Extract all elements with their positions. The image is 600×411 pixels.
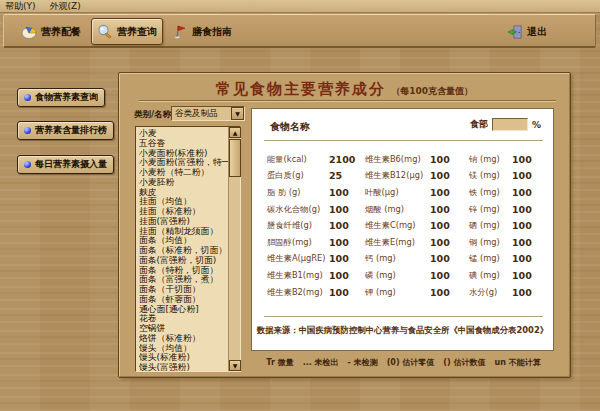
nutrient-label: 硒 (mg) <box>469 220 512 231</box>
nutrient-label: 铜 (mg) <box>469 237 512 248</box>
nutrient-row: 碘 (mg)100 <box>469 267 532 284</box>
nutrient-value: 100 <box>430 220 450 231</box>
list-item[interactable]: 馒头(标准粉) <box>139 353 228 363</box>
nutrient-column-1: 能量(kcal)2100蛋白质(g)25脂 肪 (g)100碳水化合物(g)10… <box>267 151 355 300</box>
nutrient-row: 锌 (mg)100 <box>469 201 532 218</box>
toolbar-button-nutrition-query[interactable]: 营养查询 <box>91 18 163 45</box>
magnifier-icon <box>97 24 113 40</box>
nutrient-column-3: 钠 (mg)100镁 (mg)100铁 (mg)100锌 (mg)100硒 (m… <box>469 151 532 300</box>
list-item[interactable]: 面条（特粉，切面） <box>139 266 228 276</box>
nutrient-label: 维生素B6(mg) <box>365 154 430 165</box>
scrollbar-thumb[interactable] <box>229 139 241 177</box>
nutrient-value: 25 <box>329 170 342 181</box>
nutrient-row: 水分(g)100 <box>469 284 532 301</box>
list-item[interactable]: 挂面(富强粉) <box>139 217 228 227</box>
nutrient-value: 100 <box>430 170 450 181</box>
list-item[interactable]: 面条(富强粉，切面) <box>139 256 228 266</box>
legend-item: ... 未检出 <box>303 357 339 368</box>
divider <box>264 140 543 141</box>
scroll-up-icon[interactable]: ▲ <box>229 127 241 138</box>
sidebar-button-daily-intake[interactable]: 每日营养素摄入量 <box>17 155 114 174</box>
nutrient-row: 维生素B12(μg)100 <box>365 168 450 185</box>
category-label: 类别/名称 <box>134 109 171 121</box>
blue-bullet-icon <box>24 161 31 168</box>
nutrient-column-2: 维生素B6(mg)100维生素B12(μg)100叶酸(μg)100烟酸 (mg… <box>365 151 450 300</box>
list-item[interactable]: 小麦胚粉 <box>139 178 228 188</box>
nutrient-row: 硒 (mg)100 <box>469 217 532 234</box>
nutrient-row: 铜 (mg)100 <box>469 234 532 251</box>
nutrient-row: 维生素C(mg)100 <box>365 217 450 234</box>
list-item[interactable]: 面条（富强粉，煮） <box>139 275 228 285</box>
list-item[interactable]: 馒头（均值） <box>139 344 228 354</box>
list-item[interactable]: 空锅饼 <box>139 324 228 334</box>
toolbar-button-diet-guide[interactable]: 膳食指南 <box>167 18 237 45</box>
nutrient-value: 100 <box>512 170 532 181</box>
nutrient-value: 100 <box>329 204 349 215</box>
list-item[interactable]: 麸皮 <box>139 188 228 198</box>
flag-icon <box>172 24 188 40</box>
nutrient-detail-panel: 食物名称 食部 % 能量(kcal)2100蛋白质(g)25脂 肪 (g)100… <box>251 108 554 351</box>
menu-appearance[interactable]: 外观(Z) <box>50 0 81 13</box>
list-item[interactable]: 馒头(富强粉) <box>139 363 228 371</box>
nutrient-value: 100 <box>512 154 532 165</box>
category-dropdown[interactable]: 谷类及制品 ▼ <box>171 106 245 121</box>
chevron-down-icon[interactable]: ▼ <box>231 107 244 120</box>
page-title: 常见食物主要营养成分 <box>216 80 386 98</box>
toolbar-button-meal-plan[interactable]: 营养配餐 <box>16 18 86 45</box>
nutrient-label: 碘 (mg) <box>469 270 512 281</box>
food-list-scrollbar[interactable]: ▲ ▼ <box>228 127 240 371</box>
sidebar-button-label: 食物营养素查询 <box>35 91 98 104</box>
list-item[interactable]: 小麦面粉(富强粉，特一粉) <box>139 158 228 168</box>
sidebar-button-nutrient-ranking[interactable]: 营养素含量排行榜 <box>17 121 114 140</box>
nutrient-label: 烟酸 (mg) <box>365 204 430 215</box>
list-item[interactable]: 面条（标准粉，切面） <box>139 246 228 256</box>
nutrient-label: 膳食纤维(g) <box>267 220 329 231</box>
toolbar-button-exit[interactable]: 退出 <box>502 18 552 45</box>
nutrient-label: 维生素C(mg) <box>365 220 430 231</box>
list-item[interactable]: 挂面（均值） <box>139 197 228 207</box>
list-item[interactable]: 挂面（精制龙须面） <box>139 227 228 237</box>
list-item[interactable]: 面条（均值） <box>139 236 228 246</box>
sidebar-button-food-nutrient-query[interactable]: 食物营养素查询 <box>17 88 105 107</box>
nutrient-label: 维生素B1(mg) <box>267 270 329 281</box>
nutrient-value: 100 <box>512 287 532 298</box>
nutrient-row: 维生素A(μgRE)100 <box>267 251 355 268</box>
scroll-down-icon[interactable]: ▼ <box>229 360 241 371</box>
nutrient-value: 100 <box>512 220 532 231</box>
blue-bullet-icon <box>24 127 31 134</box>
nutrient-value: 100 <box>512 270 532 281</box>
edible-portion-unit: % <box>532 120 541 130</box>
nutrient-value: 100 <box>512 253 532 264</box>
list-item[interactable]: 小麦粉（特二粉） <box>139 168 228 178</box>
nutrient-value: 100 <box>512 237 532 248</box>
menu-help[interactable]: 帮助(Y) <box>5 0 36 13</box>
list-item[interactable]: 通心面[通心粉] <box>139 305 228 315</box>
category-dropdown-value: 谷类及制品 <box>172 108 231 120</box>
nutrient-value: 100 <box>430 187 450 198</box>
blue-bullet-icon <box>24 94 31 101</box>
nutrient-value: 100 <box>329 270 349 281</box>
nutrient-row: 磷 (mg)100 <box>365 267 450 284</box>
sidebar-button-label: 营养素含量排行榜 <box>35 124 107 137</box>
nutrient-row: 维生素B6(mg)100 <box>365 151 450 168</box>
nutrient-label: 钠 (mg) <box>469 154 512 165</box>
nutrient-value: 100 <box>329 187 349 198</box>
nutrient-label: 维生素B2(mg) <box>267 287 329 298</box>
edible-portion-label: 食部 <box>470 118 488 131</box>
list-item[interactable]: 五谷香 <box>139 139 228 149</box>
list-item[interactable]: 烙饼（标准粉） <box>139 334 228 344</box>
sidebar-button-label: 每日营养素摄入量 <box>35 158 107 171</box>
legend-bar: Tr 微量... 未检出- 未检测(0) 估计零值() 估计数值un 不能计算 <box>251 357 556 368</box>
exit-door-icon <box>507 24 523 40</box>
list-item[interactable]: 面条（干切面） <box>139 285 228 295</box>
nutrient-label: 蛋白质(g) <box>267 170 329 181</box>
nutrient-label: 铁 (mg) <box>469 187 512 198</box>
list-item[interactable]: 小麦 <box>139 129 228 139</box>
list-item[interactable]: 花卷 <box>139 314 228 324</box>
list-item[interactable]: 挂面（标准粉） <box>139 207 228 217</box>
list-item[interactable]: 面条（虾蓉面） <box>139 295 228 305</box>
nutrient-label: 磷 (mg) <box>365 270 430 281</box>
nutrient-label: 锰 (mg) <box>469 253 512 264</box>
edible-portion-input[interactable] <box>492 118 528 131</box>
list-item[interactable]: 小麦面粉(标准粉) <box>139 149 228 159</box>
